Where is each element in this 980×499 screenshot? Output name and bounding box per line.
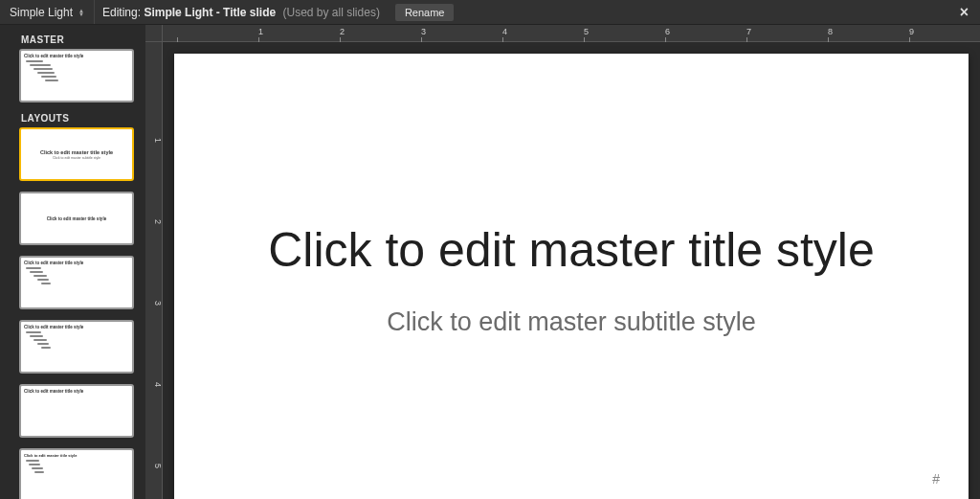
slide-viewport[interactable]: Click to edit master title style Click t… [174,54,970,489]
theme-selector[interactable]: Simple Light ▲▼ [0,0,94,24]
layout-sidebar[interactable]: MASTER Click to edit master title style … [0,25,145,499]
editing-label: Editing: Simple Light - Title slide (Use… [95,6,388,19]
ruler-corner [145,25,163,42]
master-section-label: MASTER [21,34,134,45]
page-number-placeholder[interactable]: # [932,471,940,487]
layout-thumb-section-header[interactable]: Click to edit master title style [19,192,134,245]
layout-thumb-one-column[interactable]: Click to edit master title style [19,448,134,499]
layout-thumb-title-body[interactable]: Click to edit master title style [19,256,134,309]
layout-thumb-title-body-alt[interactable]: Click to edit master title style [19,320,134,374]
canvas-area: 1 2 3 4 5 6 7 8 9 1 2 3 4 5 Click to edi… [145,25,980,499]
master-title-placeholder[interactable]: Click to edit master title style [268,221,875,279]
master-editor-header: Simple Light ▲▼ Editing: Simple Light - … [0,0,980,25]
close-button[interactable]: × [948,4,980,21]
rename-button[interactable]: Rename [395,4,455,21]
layout-thumb-title-only[interactable]: Click to edit master title style [19,384,134,438]
master-slide[interactable]: Click to edit master title style Click t… [174,54,969,499]
master-thumbnail[interactable]: Click to edit master title style [19,49,134,102]
dropdown-arrows-icon: ▲▼ [78,9,84,16]
ruler-vertical[interactable]: 1 2 3 4 5 [145,42,163,499]
master-subtitle-placeholder[interactable]: Click to edit master subtitle style [387,307,756,337]
layouts-section-label: LAYOUTS [21,113,134,124]
workspace: MASTER Click to edit master title style … [0,25,980,499]
theme-name: Simple Light [10,6,73,19]
layout-thumb-title-slide[interactable]: Click to edit master title style Click t… [19,127,134,181]
ruler-horizontal[interactable]: 1 2 3 4 5 6 7 8 9 [163,25,980,42]
